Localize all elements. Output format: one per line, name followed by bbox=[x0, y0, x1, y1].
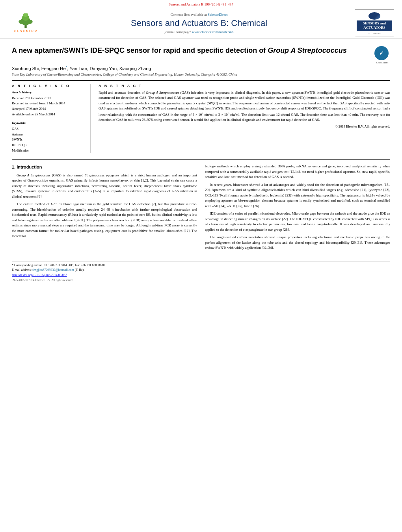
homepage-link[interactable]: www.elsevier.com/locate/snb bbox=[192, 30, 233, 34]
article-info-abstract: A R T I C L E I N F O Article history: R… bbox=[12, 80, 390, 153]
header-main: ELSEVIER Contents lists available at Sci… bbox=[8, 8, 394, 39]
received-date: Received 28 December 2013 bbox=[12, 96, 86, 101]
keywords-label: Keywords: bbox=[12, 121, 86, 125]
copyright: © 2014 Elsevier B.V. All rights reserved… bbox=[99, 124, 390, 128]
section-number: 1. bbox=[12, 165, 15, 169]
citation-bar: Sensors and Actuators B 198 (2014) 431–4… bbox=[8, 2, 394, 6]
homepage-prefix: journal homepage: bbox=[165, 30, 192, 34]
elsevier-tree-icon bbox=[14, 13, 37, 29]
crossmark-label: CrossMark bbox=[374, 61, 390, 64]
article-title-section: A new aptamer/SWNTs IDE-SPQC sensor for … bbox=[12, 43, 390, 62]
keyword-ide-spqc: IDE-SPQC bbox=[12, 143, 86, 148]
abstract-text: Rapid and accurate detection of Group A … bbox=[99, 90, 390, 123]
keyword-aptamer: Aptamer bbox=[12, 132, 86, 137]
article-info-header: A R T I C L E I N F O bbox=[12, 84, 86, 88]
crossmark-icon: ✓ bbox=[374, 46, 389, 60]
right-para3: IDE consists of a series of parallel mic… bbox=[205, 211, 390, 232]
accepted-date: Accepted 17 March 2014 bbox=[12, 106, 86, 112]
journal-title: Sensors and Actuators B: Chemical bbox=[43, 18, 355, 28]
title-italic: Group A Streptococcus bbox=[268, 46, 347, 54]
doi-link[interactable]: http://dx.doi.org/10.1016/j.snb.2014.03.… bbox=[12, 273, 67, 277]
email-label: E-mail address: bbox=[12, 268, 32, 272]
body-col-left: 1. Introduction Group A Streptococcus (G… bbox=[12, 164, 197, 253]
contents-list: Contents lists available at ScienceDirec… bbox=[43, 13, 355, 17]
intro-para2: The culture method of GAS on blood agar … bbox=[12, 202, 197, 239]
keywords-list: GAS Aptamer SWNTs IDE-SPQC Modification bbox=[12, 126, 86, 153]
footer-divider bbox=[12, 261, 390, 261]
title-text: A new aptamer/SWNTs IDE-SPQC sensor for … bbox=[12, 46, 268, 54]
sensors-logo-circle-icon bbox=[368, 12, 380, 20]
sensors-line2: ACTUATORS bbox=[363, 26, 385, 30]
footer-bottom: 0925-4005/© 2014 Elsevier B.V. All right… bbox=[0, 278, 402, 284]
contents-prefix: Contents lists available at bbox=[171, 13, 208, 17]
sensors-actuators-logo: SENSORS and ACTUATORS B: Chemical bbox=[355, 9, 394, 37]
available-date: Available online 25 March 2014 bbox=[12, 112, 86, 117]
authors: Xiaohong Shi, Fengjiao He*, Yan Lian, Da… bbox=[12, 65, 390, 71]
received-revised-date: Received in revised form 1 March 2014 bbox=[12, 101, 86, 106]
main-content: A new aptamer/SWNTs IDE-SPQC sensor for … bbox=[0, 39, 402, 257]
sensors-logo-sub: B: Chemical bbox=[367, 32, 381, 35]
sciencedirect-link[interactable]: ScienceDirect bbox=[208, 13, 227, 17]
affiliation: State Key Laboratory of Chemo/Biosensing… bbox=[12, 72, 390, 76]
email-suffix: (F. He). bbox=[74, 268, 84, 272]
sensors-line1: SENSORS and bbox=[363, 21, 386, 25]
elsevier-text: ELSEVIER bbox=[13, 29, 38, 33]
abstract-col: A B S T R A C T Rapid and accurate detec… bbox=[99, 84, 390, 153]
corresponding-author: * Corresponding author. Tel.: +86 731 88… bbox=[12, 263, 390, 268]
authors-text: Xiaohong Shi, Fengjiao He*, Yan Lian, Da… bbox=[12, 66, 151, 71]
journal-homepage: journal homepage: www.elsevier.com/locat… bbox=[43, 30, 355, 34]
abstract-header: A B S T R A C T bbox=[99, 84, 390, 88]
header: Sensors and Actuators B 198 (2014) 431–4… bbox=[0, 0, 402, 39]
crossmark-logo: ✓ CrossMark bbox=[374, 46, 390, 62]
journal-title-block: Contents lists available at ScienceDirec… bbox=[43, 13, 355, 34]
body-content: 1. Introduction Group A Streptococcus (G… bbox=[12, 164, 390, 253]
elsevier-logo: ELSEVIER bbox=[8, 11, 43, 35]
article-title: A new aptamer/SWNTs IDE-SPQC sensor for … bbox=[12, 46, 370, 55]
footnote: * Corresponding author. Tel.: +86 731 88… bbox=[0, 263, 402, 272]
svg-point-4 bbox=[19, 20, 24, 24]
body-col-right: biology methods which employ a single st… bbox=[205, 164, 390, 253]
email-line: E-mail address: fengjiao87299232@hotmail… bbox=[12, 268, 390, 272]
svg-point-5 bbox=[27, 20, 33, 24]
footer-doi: http://dx.doi.org/10.1016/j.snb.2014.03.… bbox=[0, 272, 402, 278]
intro-para1: Group A Streptococcus (GAS) is also name… bbox=[12, 173, 197, 200]
right-para1: biology methods which employ a single st… bbox=[205, 164, 390, 180]
email-link[interactable]: fengjiao87299232@hotmail.com bbox=[32, 268, 74, 272]
article-history-label: Article history: bbox=[12, 90, 86, 94]
introduction-title: 1. Introduction bbox=[12, 164, 197, 171]
citation-text: Sensors and Actuators B 198 (2014) 431–4… bbox=[169, 2, 233, 6]
keyword-gas: GAS bbox=[12, 126, 86, 132]
right-para4: The single-walled carbon nanotubes showe… bbox=[205, 235, 390, 251]
section-title-text: Introduction bbox=[17, 165, 42, 169]
right-para2: In recent years, biosensors showed a lot… bbox=[205, 182, 390, 209]
keyword-swnts: SWNTs bbox=[12, 137, 86, 143]
sensors-logo-text: SENSORS and ACTUATORS bbox=[357, 20, 392, 31]
article-info-col: A R T I C L E I N F O Article history: R… bbox=[12, 84, 91, 153]
body-divider bbox=[12, 159, 390, 160]
article-dates: Received 28 December 2013 Received in re… bbox=[12, 96, 86, 117]
keyword-modification: Modification bbox=[12, 148, 86, 154]
page: Sensors and Actuators B 198 (2014) 431–4… bbox=[0, 0, 402, 532]
